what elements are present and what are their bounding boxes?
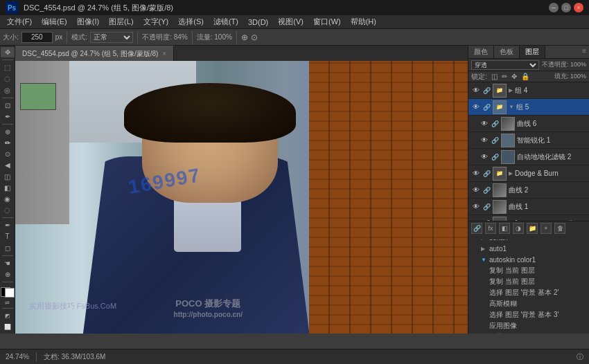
menu-edit[interactable]: 编辑(E) bbox=[37, 16, 71, 28]
layer-eye-5[interactable]: 👁 bbox=[471, 103, 481, 111]
layer-fx-btn[interactable]: fx bbox=[485, 223, 496, 234]
options-separator-4 bbox=[236, 31, 237, 44]
action-item-5[interactable]: ▼ autoskin color1 bbox=[477, 254, 589, 265]
layer-curve2[interactable]: 👁 🔗 曲线 2 bbox=[468, 182, 589, 199]
layer-smart1[interactable]: 👁 🔗 智能锐化 1 bbox=[468, 132, 589, 149]
action-item-4[interactable]: ▶ auto1 bbox=[477, 243, 589, 254]
lock-all-icon[interactable]: 🔒 bbox=[521, 73, 529, 80]
layer-expand-db[interactable]: ▶ bbox=[509, 170, 513, 176]
layer-eye-fs[interactable]: 👁 bbox=[471, 219, 481, 221]
blur-tool[interactable]: ◉ bbox=[1, 194, 15, 204]
marquee-tool[interactable]: ⬚ bbox=[1, 62, 15, 73]
gradient-tool[interactable]: ◧ bbox=[1, 183, 15, 193]
airbrush-icon[interactable]: ⊕ bbox=[241, 33, 248, 42]
menu-type[interactable]: 文字(Y) bbox=[139, 16, 173, 28]
layers-tab-layers[interactable]: 图层 bbox=[520, 46, 545, 58]
status-info-icon[interactable]: ⓘ bbox=[577, 352, 583, 362]
hand-tool[interactable]: ☚ bbox=[1, 258, 15, 269]
layer-adj-btn[interactable]: ◑ bbox=[513, 223, 524, 234]
layers-tab-color[interactable]: 颜色 bbox=[468, 46, 494, 58]
zoom-tool[interactable]: ⊕ bbox=[1, 269, 15, 280]
quick-select-tool[interactable]: ◎ bbox=[1, 84, 15, 95]
layer-eye-4[interactable]: 👁 bbox=[471, 87, 481, 94]
close-button[interactable]: × bbox=[574, 3, 583, 12]
shape-tool[interactable]: ◻ bbox=[1, 243, 15, 253]
menu-view[interactable]: 视图(V) bbox=[274, 16, 308, 28]
action-item-9[interactable]: 高斯模糊 bbox=[485, 298, 589, 309]
layer-expand-4[interactable]: ▶ bbox=[509, 87, 513, 93]
heal-tool[interactable]: ⊕ bbox=[1, 127, 15, 137]
menu-file[interactable]: 文件(F) bbox=[3, 16, 36, 28]
layer-group4[interactable]: 👁 🔗 📁 ▶ 组 4 bbox=[468, 82, 589, 99]
menu-3d[interactable]: 3D(D) bbox=[244, 17, 272, 27]
options-angle-icon[interactable]: ⊙ bbox=[251, 33, 258, 42]
minimize-button[interactable]: ─ bbox=[549, 3, 559, 12]
background-color[interactable] bbox=[5, 288, 15, 298]
window-controls[interactable]: ─ □ × bbox=[549, 3, 583, 12]
layer-dodge-burn[interactable]: 👁 🔗 📁 ▶ Dodge & Burn bbox=[468, 165, 589, 182]
layer-delete-btn[interactable]: 🗑 bbox=[554, 223, 565, 234]
layer-eye-s1[interactable]: 👁 bbox=[480, 136, 489, 144]
crop-tool[interactable]: ⊡ bbox=[1, 100, 15, 110]
brush-size-input[interactable] bbox=[21, 32, 53, 43]
layer-eye-db[interactable]: 👁 bbox=[471, 170, 481, 177]
history-brush-tool[interactable]: ◀ bbox=[1, 160, 15, 170]
action-item-12[interactable]: 设置 当前 图层 bbox=[485, 331, 589, 334]
move-tool[interactable]: ✥ bbox=[1, 47, 15, 57]
action-item-6[interactable]: 复制 当前 图层 bbox=[485, 265, 589, 276]
layer-expand-5[interactable]: ▼ bbox=[509, 104, 514, 110]
menu-filter[interactable]: 滤镜(T) bbox=[209, 16, 243, 28]
layer-eye-c1[interactable]: 👁 bbox=[471, 203, 481, 210]
layer-eye-c6[interactable]: 👁 bbox=[480, 120, 489, 127]
menu-image[interactable]: 图像(I) bbox=[73, 16, 103, 28]
text-tool[interactable]: T bbox=[1, 231, 15, 242]
action-item-7[interactable]: 复制 当前 图层 bbox=[485, 276, 589, 287]
layer-curve1[interactable]: 👁 🔗 曲线 1 bbox=[468, 199, 589, 215]
layer-expand-fs[interactable]: ▶ bbox=[509, 220, 513, 221]
canvas-tab-active[interactable]: DSC_4554.psd @ 24.7% (组 5, 图像/蒙版/8) × bbox=[15, 46, 174, 61]
action-item-8[interactable]: 选择 图层 '背景 基本 2' bbox=[485, 287, 589, 298]
layer-chain-c2: 🔗 bbox=[483, 187, 491, 194]
lock-position-icon[interactable]: ✥ bbox=[511, 73, 517, 80]
action-item-11[interactable]: 应用图像 bbox=[485, 320, 589, 331]
tab-close-icon[interactable]: × bbox=[162, 50, 166, 57]
layer-add-btn[interactable]: + bbox=[540, 223, 552, 234]
layer-mask-btn[interactable]: ◧ bbox=[499, 223, 510, 234]
mode-label: 模式: bbox=[71, 33, 87, 42]
layer-auto2[interactable]: 👁 🔗 自动地地化滤镜 2 bbox=[468, 149, 589, 165]
lock-transparency-icon[interactable]: ◫ bbox=[491, 73, 498, 80]
menu-select[interactable]: 选择(S) bbox=[174, 16, 208, 28]
layers-list[interactable]: 👁 🔗 📁 ▶ 组 4 👁 🔗 📁 ▼ 组 5 👁 🔗 曲线 6 👁 🔗 智 bbox=[468, 82, 589, 221]
layer-eye-a2[interactable]: 👁 bbox=[480, 153, 489, 161]
menu-window[interactable]: 窗口(W) bbox=[309, 16, 345, 28]
menu-layer[interactable]: 图层(L) bbox=[105, 16, 137, 28]
pen-tool[interactable]: ✒ bbox=[1, 220, 15, 230]
layer-group-btn[interactable]: 📁 bbox=[527, 223, 538, 234]
maximize-button[interactable]: □ bbox=[561, 3, 571, 12]
layer-blend-mode-select[interactable]: 穿透 正常 叠加 bbox=[471, 60, 539, 70]
eraser-tool[interactable]: ◫ bbox=[1, 171, 15, 181]
credit-text: 实用摄影技巧 FsBus.CoM bbox=[29, 301, 117, 311]
canvas-image-area[interactable]: 169997 实用摄影技巧 FsBus.CoM POCO 摄影专题 http:/… bbox=[15, 61, 468, 334]
layer-group5[interactable]: 👁 🔗 📁 ▼ 组 5 bbox=[468, 99, 589, 116]
eyedropper-tool[interactable]: ✒ bbox=[1, 111, 15, 122]
lock-image-icon[interactable]: ✏ bbox=[502, 73, 507, 80]
screen-mode-btn[interactable]: ⬜ bbox=[1, 322, 15, 332]
layer-link-btn[interactable]: 🔗 bbox=[471, 223, 482, 234]
action-item-10[interactable]: 选择 图层 '背景 基本 3' bbox=[485, 309, 589, 320]
menu-help[interactable]: 帮助(H) bbox=[346, 16, 380, 28]
lasso-tool[interactable]: ◌ bbox=[1, 73, 15, 84]
blend-mode-select[interactable]: 正常 溶解 正片叠底 bbox=[90, 32, 133, 43]
clone-tool[interactable]: ⊙ bbox=[1, 149, 15, 159]
layer-eye-c2[interactable]: 👁 bbox=[471, 186, 481, 194]
swap-colors-icon[interactable]: ⇄ bbox=[5, 300, 10, 306]
layer-freq-sep[interactable]: 👁 🔗 📁 ▶ frequency separation bbox=[468, 215, 589, 221]
dodge-tool[interactable]: ◌ bbox=[1, 205, 15, 215]
status-zoom[interactable]: 24.74% bbox=[6, 353, 29, 361]
layer-curve6[interactable]: 👁 🔗 曲线 6 bbox=[468, 116, 589, 132]
quick-mask-btn[interactable]: ◩ bbox=[1, 311, 15, 321]
layers-menu-icon[interactable]: ≡ bbox=[579, 46, 589, 58]
layers-tab-swatches[interactable]: 色板 bbox=[494, 46, 520, 58]
brush-tool[interactable]: ✏ bbox=[1, 138, 15, 148]
fg-bg-color[interactable] bbox=[1, 287, 15, 298]
